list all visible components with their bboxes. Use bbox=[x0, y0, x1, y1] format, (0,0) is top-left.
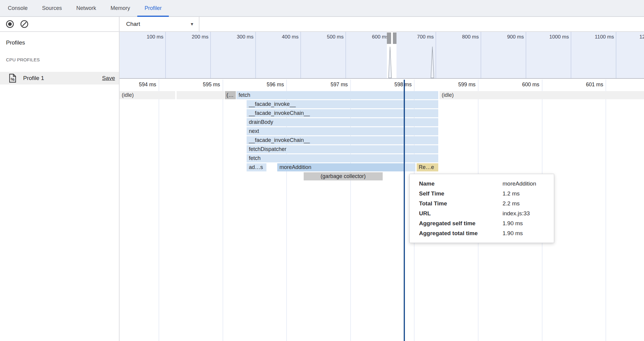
tooltip-field-value: 1.90 ms bbox=[503, 220, 554, 227]
frame-label: fetch bbox=[249, 155, 260, 161]
tab-label: Memory bbox=[111, 5, 130, 11]
frame-label: (idle) bbox=[122, 92, 134, 98]
profiles-toolbar bbox=[0, 17, 119, 32]
time-ruler-label: 595 ms bbox=[172, 81, 220, 88]
cpu-spike bbox=[389, 47, 392, 78]
tab-label: Network bbox=[76, 5, 96, 11]
selection-handle-right[interactable] bbox=[393, 32, 396, 44]
tooltip-field-value: index.js:33 bbox=[503, 210, 554, 217]
tab-memory[interactable]: Memory bbox=[103, 0, 137, 16]
frame-fetch[interactable]: fetch bbox=[236, 91, 438, 99]
tooltip-field-value: 1.2 ms bbox=[503, 190, 554, 197]
time-ruler-label: 596 ms bbox=[236, 81, 284, 88]
chart-view-select-value: Chart bbox=[126, 21, 140, 27]
tooltip-field-label: Total Time bbox=[419, 200, 503, 207]
tooltip-row: URLindex.js:33 bbox=[419, 208, 554, 218]
time-ruler-label: 599 ms bbox=[427, 81, 475, 88]
frame-unlabeled[interactable] bbox=[177, 91, 224, 99]
tooltip-row: NamemoreAddition bbox=[419, 179, 554, 189]
selection-handle-left[interactable] bbox=[387, 32, 391, 44]
tooltip-row: Aggregated total time1.90 ms bbox=[419, 228, 554, 238]
frame-unlabeled[interactable] bbox=[405, 163, 415, 171]
save-profile-link[interactable]: Save bbox=[102, 75, 115, 81]
frame-label: moreAddition bbox=[279, 164, 311, 170]
time-ruler-label: 594 ms bbox=[108, 81, 156, 88]
frame-fetch[interactable]: fetch bbox=[247, 154, 438, 162]
tooltip-row: Total Time2.2 ms bbox=[419, 198, 554, 208]
tooltip-row: Self Time1.2 ms bbox=[419, 189, 554, 198]
tooltip-field-label: Aggregated total time bbox=[419, 230, 503, 237]
time-ruler-label: 601 ms bbox=[555, 81, 603, 88]
profiler-panel: ConsoleSourcesNetworkMemoryProfiler Prof… bbox=[0, 0, 644, 341]
tab-sources[interactable]: Sources bbox=[35, 0, 69, 16]
time-ruler-label: 600 ms bbox=[491, 81, 539, 88]
svg-text:%: % bbox=[11, 77, 15, 82]
tab-label: Console bbox=[8, 5, 28, 11]
frame-unlabeled[interactable]: (… bbox=[225, 91, 236, 99]
tab-label: Sources bbox=[42, 5, 62, 11]
tooltip-field-value: moreAddition bbox=[503, 180, 554, 187]
detail-gridline bbox=[223, 80, 223, 341]
devtools-tab-bar: ConsoleSourcesNetworkMemoryProfiler bbox=[0, 0, 644, 17]
tooltip-field-value: 2.2 ms bbox=[503, 200, 554, 207]
tooltip-field-label: Self Time bbox=[419, 190, 503, 197]
profile-name: Profile 1 bbox=[23, 75, 44, 81]
frame-label: Re…e bbox=[419, 164, 434, 170]
tooltip-field-value: 1.90 ms bbox=[503, 230, 554, 237]
time-ruler-label: 597 ms bbox=[300, 81, 348, 88]
frame-label: ad…s bbox=[249, 164, 263, 170]
cpu-activity-spikes bbox=[120, 32, 644, 78]
frame-idle[interactable]: (idle) bbox=[120, 91, 175, 99]
sidebar-item-profile-1[interactable]: % Profile 1 Save bbox=[0, 72, 119, 84]
frame-next[interactable]: next bbox=[247, 127, 438, 135]
frame-fetchdispatcher[interactable]: fetchDispatcher bbox=[247, 145, 438, 153]
frame-re-e[interactable]: Re…e bbox=[417, 163, 438, 171]
tooltip-field-label: Name bbox=[419, 180, 503, 187]
frame-moreaddition[interactable]: moreAddition bbox=[277, 163, 404, 171]
frame-ad-s[interactable]: ad…s bbox=[247, 163, 266, 171]
frame-facade-invokechain[interactable]: __facade_invokeChain__ bbox=[247, 136, 438, 144]
frame-drainbody[interactable]: drainBody bbox=[247, 118, 438, 126]
profiles-sidebar: Profiles CPU PROFILES % Profile 1 Save bbox=[0, 17, 120, 341]
frame-label: __facade_invokeChain__ bbox=[249, 110, 310, 116]
profile-document-icon: % bbox=[8, 74, 17, 83]
tooltip-field-label: Aggregated self time bbox=[419, 220, 503, 227]
chevron-down-icon: ▼ bbox=[190, 22, 194, 26]
frame-garbage-collector[interactable]: (garbage collector) bbox=[304, 172, 383, 180]
tab-profiler[interactable]: Profiler bbox=[137, 0, 169, 16]
tab-label: Profiler bbox=[144, 5, 162, 11]
frame-label: next bbox=[249, 128, 259, 134]
frame-label: drainBody bbox=[249, 119, 273, 125]
frame-facade-invoke[interactable]: __facade_invoke__ bbox=[247, 100, 438, 108]
frame-facade-invokechain[interactable]: __facade_invokeChain__ bbox=[247, 109, 438, 117]
detail-gridline bbox=[606, 80, 606, 341]
frame-label: (… bbox=[226, 92, 234, 98]
frame-label: fetchDispatcher bbox=[249, 146, 286, 152]
cpu-spike bbox=[431, 47, 434, 78]
tooltip-field-label: URL bbox=[419, 210, 503, 217]
timeline-overview[interactable]: 100 ms200 ms300 ms400 ms500 ms600 ms700 … bbox=[120, 32, 644, 79]
tooltip-row: Aggregated self time1.90 ms bbox=[419, 218, 554, 228]
frame-label: __facade_invoke__ bbox=[249, 101, 296, 107]
frame-idle[interactable]: (idle) bbox=[439, 91, 644, 99]
chart-view-select[interactable]: Chart ▼ bbox=[120, 17, 199, 31]
record-icon[interactable] bbox=[5, 20, 14, 29]
profiles-heading: Profiles bbox=[6, 39, 119, 46]
frame-label: fetch bbox=[238, 92, 250, 98]
tab-console[interactable]: Console bbox=[1, 0, 35, 16]
frame-label: (garbage collector) bbox=[320, 173, 366, 179]
tab-network[interactable]: Network bbox=[69, 0, 103, 16]
frame-tooltip: NamemoreAdditionSelf Time1.2 msTotal Tim… bbox=[409, 174, 554, 243]
current-time-marker[interactable] bbox=[404, 80, 405, 341]
detail-gridline bbox=[159, 80, 159, 341]
frame-label: (idle) bbox=[442, 92, 454, 98]
frame-label: __facade_invokeChain__ bbox=[249, 137, 310, 143]
cpu-profiles-section-heading: CPU PROFILES bbox=[6, 57, 119, 62]
clear-icon[interactable] bbox=[20, 20, 29, 29]
